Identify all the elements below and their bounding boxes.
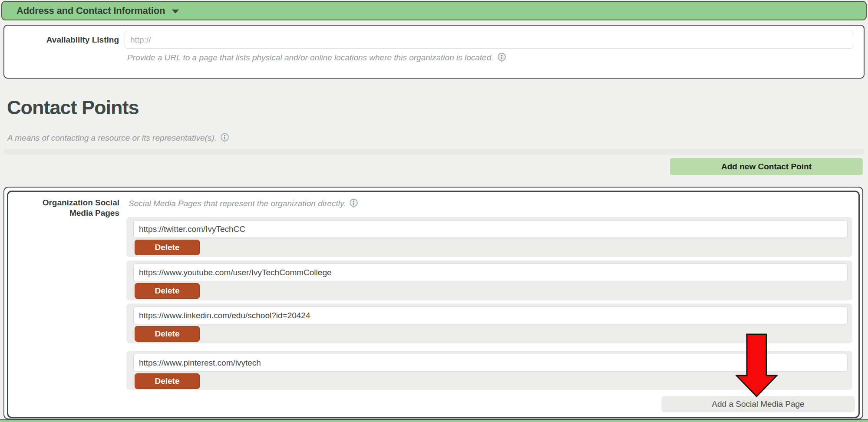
add-new-contact-point-button[interactable]: Add new Contact Point: [670, 158, 863, 175]
availability-listing-label: Availability Listing: [4, 35, 119, 45]
delete-button[interactable]: Delete: [135, 240, 200, 255]
contact-points-description: A means of contacting a resource or its …: [7, 133, 217, 143]
social-media-row: Delete: [126, 260, 852, 300]
info-icon[interactable]: [497, 53, 506, 63]
info-icon[interactable]: [349, 198, 358, 209]
delete-button[interactable]: Delete: [135, 326, 200, 342]
accordion-title: Address and Contact Information: [17, 5, 165, 16]
add-social-media-page-button[interactable]: Add a Social Media Page: [661, 396, 855, 412]
section-divider: [3, 149, 865, 155]
delete-button[interactable]: Delete: [135, 373, 200, 389]
social-media-row: Delete: [126, 303, 852, 343]
contact-points-heading: Contact Points: [7, 96, 139, 119]
next-section-header-edge: [0, 419, 868, 422]
social-media-url-input[interactable]: [133, 264, 848, 281]
contact-point-item: Organization Social Media Pages Social M…: [7, 191, 860, 418]
social-media-pages-label: Organization Social Media Pages: [8, 198, 119, 218]
social-media-url-input[interactable]: [133, 307, 848, 324]
delete-button[interactable]: Delete: [135, 283, 200, 299]
availability-listing-input[interactable]: [125, 31, 853, 49]
social-media-row: Delete: [126, 351, 852, 390]
accordion-header-address-contact[interactable]: Address and Contact Information: [1, 1, 867, 20]
chevron-down-icon: [172, 10, 179, 13]
info-icon[interactable]: [220, 133, 229, 143]
social-media-url-input[interactable]: [133, 354, 848, 372]
availability-help-text: Provide a URL to a page that lists physi…: [127, 53, 494, 63]
availability-listing-panel: Availability Listing Provide a URL to a …: [3, 25, 865, 79]
social-media-url-input[interactable]: [133, 220, 848, 238]
social-media-row: Delete: [126, 217, 852, 257]
social-media-description: Social Media Pages that represent the or…: [129, 199, 346, 208]
form-page: { "accordion": { "title": "Address and C…: [0, 0, 868, 422]
